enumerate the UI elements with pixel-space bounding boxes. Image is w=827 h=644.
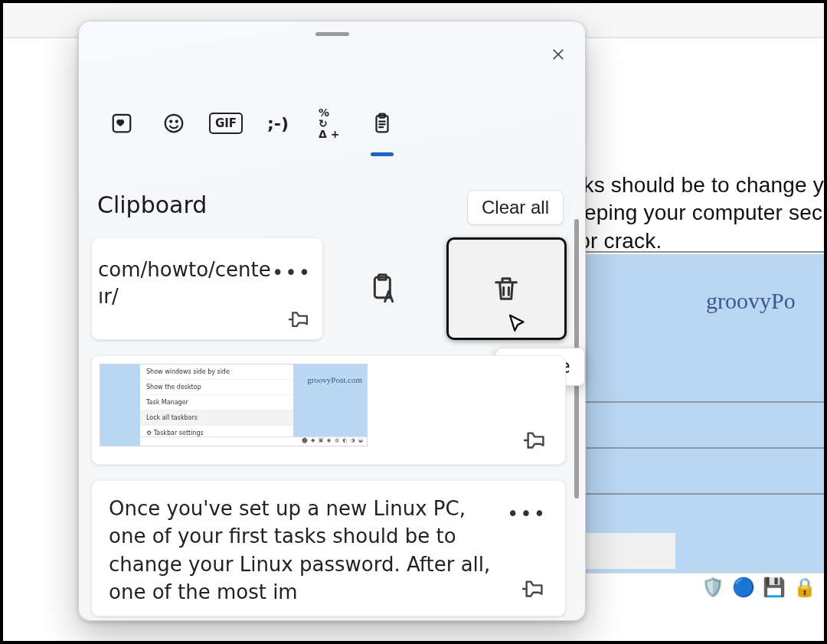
paste-as-text-button[interactable]	[325, 237, 442, 340]
tab-clipboard[interactable]	[358, 101, 407, 145]
app-icon: 🟥	[824, 577, 827, 598]
tab-symbols[interactable]: % ↻Δ +	[306, 101, 355, 145]
svg-point-1	[165, 115, 183, 132]
background-screenshot-lines	[585, 357, 824, 495]
emoji-clipboard-panel: GIF ;-) % ↻Δ + Clipboard Clear all com/h…	[78, 21, 586, 621]
clear-all-button[interactable]: Clear all	[467, 190, 564, 225]
section-title: Clipboard	[97, 191, 207, 218]
bluetooth-icon: 🔵	[732, 577, 755, 598]
thumb-context-menu: Show windows side by side Show the deskt…	[140, 364, 293, 446]
drag-handle[interactable]	[315, 32, 349, 36]
lock-icon: 🔒	[793, 577, 816, 598]
delete-button[interactable]	[446, 237, 567, 340]
paste-text-icon	[368, 273, 399, 304]
clipboard-item-3[interactable]: Once you've set up a new Linux PC, one o…	[91, 480, 566, 616]
more-button[interactable]: •••	[507, 502, 547, 525]
pin-icon	[524, 429, 548, 453]
pin-button[interactable]	[522, 577, 547, 602]
close-button[interactable]	[545, 41, 571, 67]
pin-button[interactable]	[289, 309, 312, 332]
pin-icon	[289, 309, 312, 332]
clipboard-item-2-thumbnail: Show windows side by side Show the deskt…	[100, 364, 368, 446]
svg-point-2	[170, 121, 172, 123]
symbols-icon: % ↻Δ +	[319, 112, 342, 135]
clipboard-item-3-text: Once you've set up a new Linux PC, one o…	[109, 495, 504, 606]
clipboard-item-1[interactable]: com/howto/centeır/ •••	[91, 237, 323, 340]
pin-button[interactable]	[524, 429, 548, 453]
clipboard-item-2[interactable]: Show windows side by side Show the deskt…	[91, 355, 566, 465]
pin-icon	[522, 577, 547, 602]
clipboard-icon	[371, 112, 394, 135]
kaomoji-icon: ;-)	[266, 112, 289, 135]
tab-kaomoji[interactable]: ;-)	[253, 101, 302, 145]
tab-emoji[interactable]	[149, 101, 198, 145]
clipboard-item-1-actions	[325, 237, 567, 340]
background-screenshot-brand: groovyPo	[706, 288, 796, 314]
background-screenshot-panel	[585, 533, 675, 569]
clipboard-item-1-text: com/howto/centeır/	[98, 257, 271, 310]
trash-icon	[491, 273, 521, 304]
close-icon	[551, 47, 566, 62]
shield-icon: 🛡️	[701, 577, 724, 598]
tab-stickers[interactable]	[97, 101, 146, 145]
gif-icon: GIF	[209, 113, 243, 134]
tab-gif[interactable]: GIF	[201, 101, 250, 145]
usb-icon: 💾	[763, 577, 786, 598]
emoji-icon	[162, 112, 185, 135]
svg-point-3	[176, 121, 178, 123]
category-tabs: GIF ;-) % ↻Δ +	[97, 101, 407, 145]
background-article-text: sks should be to change y eeping your co…	[572, 172, 824, 255]
sticker-heart-icon	[110, 112, 133, 135]
background-system-tray: 🛡️ 🔵 💾 🔒 🟥	[701, 577, 827, 598]
more-button[interactable]: •••	[272, 261, 312, 284]
